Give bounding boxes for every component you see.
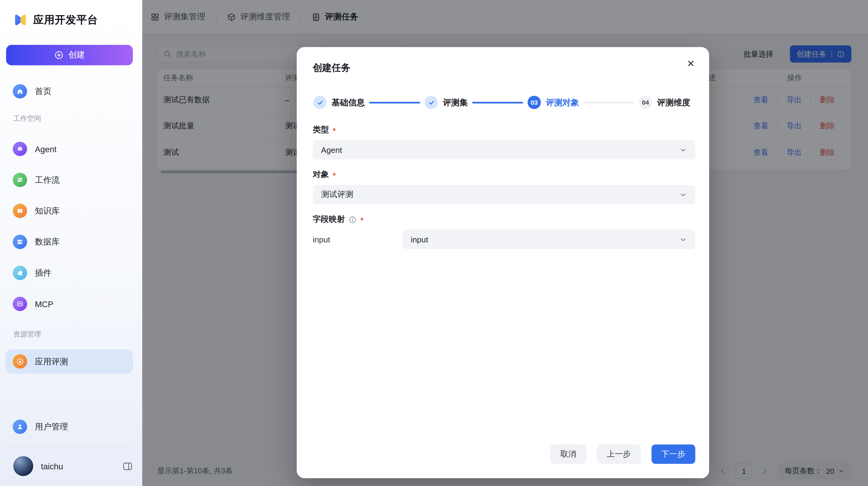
required-marker: * xyxy=(333,126,336,135)
mapping-field-label: 字段映射 * xyxy=(313,214,695,225)
sidebar-item-label: 插件 xyxy=(35,268,52,278)
sidebar-item-label: 工作流 xyxy=(35,175,60,185)
brand-logo-icon xyxy=(13,13,28,27)
required-marker: * xyxy=(361,215,364,224)
avatar[interactable] xyxy=(13,456,33,476)
section-title-workspace: 工作空间 xyxy=(13,114,142,123)
home-icon xyxy=(13,84,27,99)
sidebar-item-label: 知识库 xyxy=(35,206,60,216)
step-connector xyxy=(472,102,523,103)
mapping-select[interactable]: input xyxy=(403,230,695,249)
cancel-button[interactable]: 取消 xyxy=(550,445,586,464)
chevron-down-icon xyxy=(679,146,687,154)
sidebar-item-workflow[interactable]: 工作流 xyxy=(5,169,133,191)
next-step-button[interactable]: 下一步 xyxy=(651,445,695,464)
collapse-sidebar-icon[interactable] xyxy=(122,461,133,472)
mapping-select-value: input xyxy=(411,235,428,244)
create-button[interactable]: 创建 xyxy=(6,45,133,65)
type-field-label: 类型 * xyxy=(313,125,695,135)
sidebar-item-mcp[interactable]: MCP xyxy=(5,293,133,315)
sidebar-item-label: 用户管理 xyxy=(35,422,68,432)
user-management-icon xyxy=(13,419,27,434)
modal-footer: 取消 上一步 下一步 xyxy=(550,445,695,464)
required-marker: * xyxy=(333,171,336,179)
mcp-icon xyxy=(13,297,27,311)
prev-step-button[interactable]: 上一步 xyxy=(597,445,641,464)
user-profile[interactable]: taichu xyxy=(13,454,133,478)
step-label: 评测对象 xyxy=(546,97,579,108)
sidebar-item-label: Agent xyxy=(35,144,57,153)
mapping-row: input input xyxy=(313,230,695,249)
type-select-value: Agent xyxy=(321,145,342,154)
sidebar-item-app-evaluation[interactable]: 应用评测 xyxy=(5,349,133,373)
info-icon[interactable] xyxy=(349,215,356,223)
step-connector xyxy=(584,102,634,103)
sidebar-item-database[interactable]: 数据库 xyxy=(5,231,133,253)
step-label: 评测集 xyxy=(443,97,468,108)
step-label: 基础信息 xyxy=(332,97,365,108)
workflow-icon xyxy=(13,173,27,187)
sidebar-divider xyxy=(6,447,133,448)
close-icon[interactable]: ✕ xyxy=(687,59,694,69)
logo: 应用开发平台 xyxy=(0,0,142,28)
object-select[interactable]: 测试评测 xyxy=(313,185,695,204)
sidebar-item-agent[interactable]: Agent xyxy=(5,138,133,160)
sidebar-item-user-management[interactable]: 用户管理 xyxy=(5,416,133,438)
sidebar-item-label: 应用评测 xyxy=(35,356,68,367)
plugin-icon xyxy=(13,266,27,280)
sidebar-item-plugin[interactable]: 插件 xyxy=(5,262,133,284)
step-connector xyxy=(369,102,420,103)
create-button-label: 创建 xyxy=(68,50,85,61)
create-task-modal: 创建任务 ✕ 基础信息 评测集 03 评测对象 xyxy=(297,47,709,478)
app-root: 应用开发平台 创建 首页 工作空间 Agent 工作流 xyxy=(0,0,868,486)
chevron-down-icon xyxy=(679,191,687,199)
sidebar: 应用开发平台 创建 首页 工作空间 Agent 工作流 xyxy=(0,0,142,486)
sidebar-item-label: MCP xyxy=(35,299,53,309)
section-title-resource: 资源管理 xyxy=(13,330,142,339)
knowledge-base-icon xyxy=(13,204,27,218)
object-field-label: 对象 * xyxy=(313,170,695,180)
circle-plus-icon xyxy=(54,50,63,60)
step-number: 03 xyxy=(528,96,541,109)
sidebar-item-knowledge-base[interactable]: 知识库 xyxy=(5,200,133,222)
database-icon xyxy=(13,235,27,249)
step-label: 评测维度 xyxy=(657,97,690,108)
step-dataset: 评测集 xyxy=(425,96,468,109)
type-select[interactable]: Agent xyxy=(313,140,695,159)
agent-icon xyxy=(13,142,27,156)
step-check-icon xyxy=(313,96,327,109)
modal-form: 类型 * Agent 对象 * 测试评测 字段映射 xyxy=(313,125,695,249)
mapping-key-label: input xyxy=(313,235,402,244)
step-number: 04 xyxy=(639,96,652,109)
modal-title: 创建任务 xyxy=(313,61,350,74)
object-select-value: 测试评测 xyxy=(321,189,353,200)
stepper: 基础信息 评测集 03 评测对象 04 评测维度 xyxy=(313,96,690,109)
app-title: 应用开发平台 xyxy=(33,13,98,27)
chevron-down-icon xyxy=(679,236,687,243)
sidebar-item-label: 数据库 xyxy=(35,237,60,247)
sidebar-item-label: 首页 xyxy=(35,86,52,96)
step-evaluation-object: 03 评测对象 xyxy=(528,96,579,109)
user-name: taichu xyxy=(41,461,63,471)
step-basic-info: 基础信息 xyxy=(313,96,365,109)
sidebar-item-home[interactable]: 首页 xyxy=(5,80,133,102)
app-evaluation-icon xyxy=(13,354,27,369)
step-check-icon xyxy=(425,96,438,109)
step-evaluation-dimension: 04 评测维度 xyxy=(639,96,690,109)
